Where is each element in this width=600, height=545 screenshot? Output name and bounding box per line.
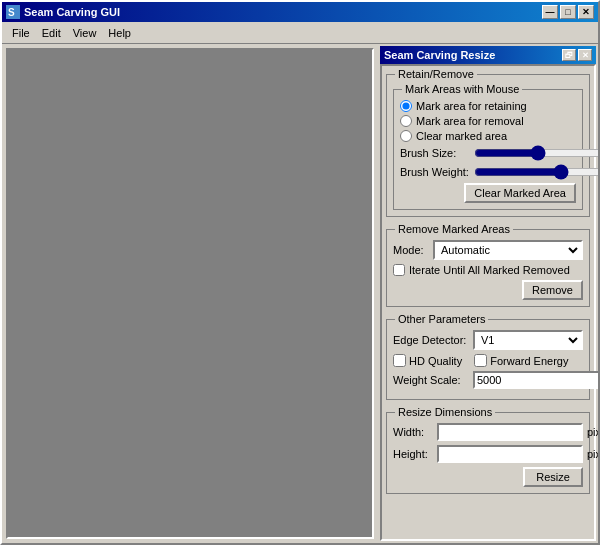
main-window: S Seam Carving GUI — □ ✕ File Edit View … [0, 0, 600, 545]
width-unit: pixels [587, 426, 598, 438]
forward-energy-checkbox[interactable] [474, 354, 487, 367]
retain-remove-group: Retain/Remove Mark Areas with Mouse Mark… [386, 74, 590, 217]
remove-button[interactable]: Remove [522, 280, 583, 300]
iterate-row: Iterate Until All Marked Removed [393, 264, 583, 276]
remove-marked-label: Remove Marked Areas [395, 223, 513, 235]
minimize-button[interactable]: — [542, 5, 558, 19]
iterate-checkbox[interactable] [393, 264, 405, 276]
radio-removal[interactable] [400, 115, 412, 127]
radio-clear-label: Clear marked area [416, 130, 507, 142]
panel-title-buttons: 🗗 ✕ [562, 49, 592, 61]
menu-view[interactable]: View [67, 25, 103, 41]
height-unit: pixels [587, 448, 598, 460]
height-label: Height: [393, 448, 433, 460]
radio-retaining-row: Mark area for retaining [400, 100, 576, 112]
resize-button[interactable]: Resize [523, 467, 583, 487]
hd-quality-item: HD Quality [393, 354, 462, 367]
remove-btn-row: Remove [393, 280, 583, 300]
mode-label: Mode: [393, 244, 429, 256]
edge-detector-label: Edge Detector: [393, 334, 469, 346]
mark-areas-group: Mark Areas with Mouse Mark area for reta… [393, 89, 583, 210]
iterate-label: Iterate Until All Marked Removed [409, 264, 570, 276]
brush-size-slider[interactable] [474, 145, 598, 161]
menu-bar: File Edit View Help [2, 22, 598, 44]
brush-weight-row: Brush Weight: [400, 164, 576, 180]
brush-size-label: Brush Size: [400, 147, 470, 159]
menu-edit[interactable]: Edit [36, 25, 67, 41]
resize-dimensions-group: Resize Dimensions Width: pixels Height: … [386, 412, 590, 494]
brush-weight-label: Brush Weight: [400, 166, 470, 178]
clear-btn-row: Clear Marked Area [400, 183, 576, 203]
panel-content: Retain/Remove Mark Areas with Mouse Mark… [380, 64, 596, 541]
svg-text:S: S [8, 7, 15, 18]
window-title: Seam Carving GUI [24, 6, 542, 18]
brush-size-row: Brush Size: [400, 145, 576, 161]
hd-quality-label: HD Quality [409, 355, 462, 367]
panel-titlebar: Seam Carving Resize 🗗 ✕ [380, 46, 596, 64]
right-panel: Seam Carving Resize 🗗 ✕ Retain/Remove Ma… [378, 44, 598, 543]
radio-removal-label: Mark area for removal [416, 115, 524, 127]
radio-retaining-label: Mark area for retaining [416, 100, 527, 112]
edge-detector-row: Edge Detector: V1 V2 Sobel [393, 330, 583, 350]
width-input[interactable] [437, 423, 583, 441]
mark-areas-label: Mark Areas with Mouse [402, 83, 522, 95]
resize-dimensions-label: Resize Dimensions [395, 406, 495, 418]
clear-marked-button[interactable]: Clear Marked Area [464, 183, 576, 203]
radio-clear[interactable] [400, 130, 412, 142]
title-bar-buttons: — □ ✕ [542, 5, 594, 19]
content-area: Seam Carving Resize 🗗 ✕ Retain/Remove Ma… [2, 44, 598, 543]
width-row: Width: pixels [393, 423, 583, 441]
panel-title: Seam Carving Resize [384, 49, 495, 61]
height-row: Height: pixels [393, 445, 583, 463]
close-button[interactable]: ✕ [578, 5, 594, 19]
menu-file[interactable]: File [6, 25, 36, 41]
edge-select[interactable]: V1 V2 Sobel [473, 330, 583, 350]
other-params-group: Other Parameters Edge Detector: V1 V2 So… [386, 319, 590, 400]
weight-scale-label: Weight Scale: [393, 374, 469, 386]
retain-remove-label: Retain/Remove [395, 68, 477, 80]
quality-energy-row: HD Quality Forward Energy [393, 354, 583, 367]
weight-scale-input[interactable] [473, 371, 598, 389]
maximize-button[interactable]: □ [560, 5, 576, 19]
other-params-label: Other Parameters [395, 313, 488, 325]
remove-marked-group: Remove Marked Areas Mode: Automatic Manu… [386, 229, 590, 307]
radio-clear-row: Clear marked area [400, 130, 576, 142]
height-input[interactable] [437, 445, 583, 463]
panel-close-button[interactable]: ✕ [578, 49, 592, 61]
forward-energy-item: Forward Energy [474, 354, 568, 367]
app-icon: S [6, 5, 20, 19]
mode-row: Mode: Automatic Manual [393, 240, 583, 260]
canvas-area [6, 48, 374, 539]
brush-weight-slider[interactable] [474, 164, 598, 180]
title-bar: S Seam Carving GUI — □ ✕ [2, 2, 598, 22]
mode-select[interactable]: Automatic Manual [433, 240, 583, 260]
panel-restore-button[interactable]: 🗗 [562, 49, 576, 61]
weight-scale-row: Weight Scale: [393, 371, 583, 389]
radio-retaining[interactable] [400, 100, 412, 112]
hd-quality-checkbox[interactable] [393, 354, 406, 367]
menu-help[interactable]: Help [102, 25, 137, 41]
forward-energy-label: Forward Energy [490, 355, 568, 367]
radio-removal-row: Mark area for removal [400, 115, 576, 127]
resize-btn-row: Resize [393, 467, 583, 487]
width-label: Width: [393, 426, 433, 438]
